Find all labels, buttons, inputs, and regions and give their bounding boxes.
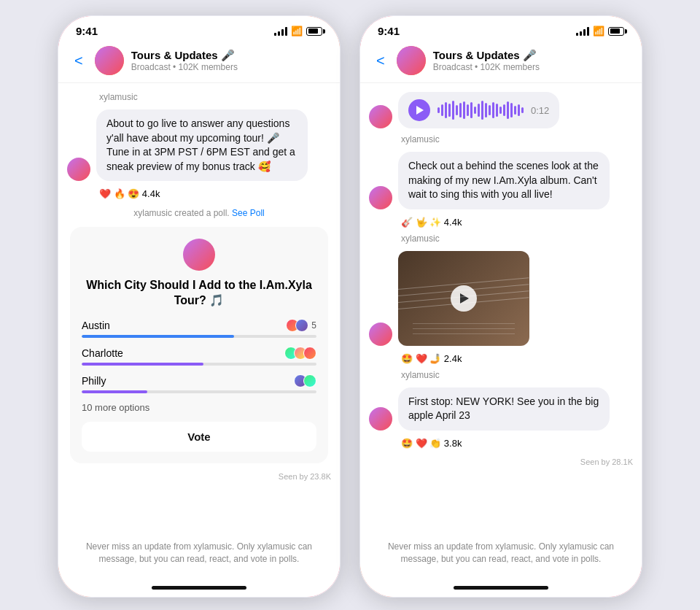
msg-avatar-right-1	[369, 186, 392, 209]
channel-name-left: Tours & Updates 🎤	[131, 49, 328, 62]
channel-name-right: Tours & Updates 🎤	[433, 49, 630, 62]
poll-bar-track-austin	[82, 335, 316, 338]
channel-avatar-left	[95, 46, 124, 75]
sender-label-right-3: xylamusic	[369, 370, 633, 380]
time-left: 9:41	[76, 25, 98, 37]
sender-label-right-1: xylamusic	[369, 134, 633, 144]
home-indicator-right	[454, 586, 548, 590]
status-bar-right: 9:41 📶	[360, 16, 642, 40]
play-triangle-icon	[416, 106, 424, 115]
poll-option-name-austin: Austin	[82, 320, 110, 331]
footer-note-left: Never miss an update from xylamusic. Onl…	[58, 533, 340, 583]
signal-icon-right	[576, 27, 589, 36]
back-button-right[interactable]: <	[372, 51, 389, 71]
voter-avatar-5	[303, 347, 316, 360]
msg-avatar-right-3	[369, 407, 392, 431]
play-button[interactable]	[408, 99, 430, 121]
status-bar-left: 9:41 📶	[58, 16, 340, 40]
notebook-decoration	[413, 323, 515, 339]
poll-vote-count-austin: 5	[311, 320, 316, 331]
poll-card: Which City Should I Add to the I.Am.Xyla…	[70, 227, 328, 463]
left-phone: 9:41 📶 < Tours & Update	[57, 15, 341, 598]
poll-top-avatar	[183, 239, 215, 271]
poll-option-charlotte[interactable]: Charlotte	[82, 347, 316, 366]
poll-option-austin[interactable]: Austin 5	[82, 319, 316, 338]
header-info-right: Tours & Updates 🎤 Broadcast • 102K membe…	[433, 49, 630, 72]
poll-vote-button[interactable]: Vote	[82, 422, 316, 452]
poll-bar-track-philly	[82, 390, 316, 393]
voter-avatar-7	[303, 374, 316, 387]
video-thumbnail[interactable]	[398, 251, 529, 346]
message-row-1: About to go live to answer any questions…	[67, 109, 331, 181]
home-indicator-left	[152, 586, 246, 590]
poll-created-notice: xylamusic created a poll. See Poll	[67, 205, 331, 221]
msg-bubble-1: About to go live to answer any questions…	[96, 109, 308, 181]
sender-label-right-2: xylamusic	[369, 233, 633, 244]
wifi-icon: 📶	[291, 26, 303, 36]
poll-title: Which City Should I Add to the I.Am.Xyla…	[82, 278, 316, 309]
poll-option-name-charlotte: Charlotte	[82, 347, 123, 359]
poll-more-options[interactable]: 10 more options	[82, 402, 316, 413]
time-right: 9:41	[378, 25, 400, 37]
msg-bubble-right-1: Check out a behind the scenes look at th…	[398, 152, 610, 209]
reactions-1[interactable]: ❤️ 🔥 😍 4.4k	[67, 188, 331, 199]
wifi-icon-right: 📶	[593, 26, 604, 36]
poll-option-meta-philly	[294, 374, 316, 387]
channel-sub-left: Broadcast • 102K members	[131, 62, 328, 72]
seen-label-right: Seen by 28.1K	[369, 455, 633, 469]
msg-avatar-audio	[369, 105, 392, 128]
poll-option-philly[interactable]: Philly	[82, 374, 316, 393]
footer-note-right: Never miss an update from xylamusic. Onl…	[360, 533, 642, 583]
channel-avatar-right	[397, 46, 426, 75]
chat-area-right: 0:12 xylamusic Check out a behind the sc…	[360, 83, 642, 533]
phones-container: 9:41 📶 < Tours & Update	[57, 15, 643, 598]
msg-avatar-video	[369, 323, 392, 346]
poll-option-meta-austin: 5	[286, 319, 316, 332]
channel-sub-right: Broadcast • 102K members	[433, 62, 630, 72]
battery-icon-right	[608, 27, 624, 36]
poll-avatar-container	[82, 239, 316, 271]
signal-icon	[274, 27, 287, 36]
right-phone: 9:41 📶 < Tours & Update	[359, 15, 643, 598]
message-row-video	[369, 251, 633, 346]
battery-icon	[306, 27, 322, 36]
reactions-right-1[interactable]: 🎸 🤟 ✨ 4.4k	[369, 217, 633, 228]
see-poll-link[interactable]: See Poll	[232, 208, 265, 218]
message-row-right-1: Check out a behind the scenes look at th…	[369, 152, 633, 209]
seen-label-left: Seen by 23.8K	[67, 469, 331, 484]
back-button-left[interactable]: <	[70, 51, 88, 71]
audio-waveform	[438, 100, 524, 120]
reactions-right-3[interactable]: 🤩 ❤️ 👏 3.8k	[369, 438, 633, 449]
poll-bar-fill-charlotte	[82, 363, 203, 366]
message-row-right-3: First stop: NEW YORK! See you in the big…	[369, 387, 633, 431]
reactions-right-2[interactable]: 🤩 ❤️ 🤳 2.4k	[369, 353, 633, 364]
audio-message-row: 0:12	[369, 92, 633, 128]
chat-header-left: < Tours & Updates 🎤 Broadcast • 102K mem…	[58, 40, 340, 83]
chat-area-left: xylamusic About to go live to answer any…	[58, 83, 340, 533]
msg-bubble-right-3: First stop: NEW YORK! See you in the big…	[398, 387, 610, 431]
poll-option-meta-charlotte	[284, 347, 316, 360]
status-icons-left: 📶	[274, 26, 322, 36]
poll-bar-track-charlotte	[82, 363, 316, 366]
audio-bubble[interactable]: 0:12	[398, 92, 559, 128]
sender-label-1: xylamusic	[67, 92, 331, 102]
msg-avatar-1	[67, 158, 90, 181]
voter-avatar-2	[295, 319, 308, 332]
poll-bar-fill-austin	[82, 335, 234, 338]
poll-option-name-philly: Philly	[82, 375, 106, 387]
audio-duration: 0:12	[531, 105, 549, 116]
chat-header-right: < Tours & Updates 🎤 Broadcast • 102K mem…	[360, 40, 642, 83]
status-icons-right: 📶	[576, 26, 624, 36]
poll-bar-fill-philly	[82, 390, 147, 393]
header-info-left: Tours & Updates 🎤 Broadcast • 102K membe…	[131, 49, 328, 72]
